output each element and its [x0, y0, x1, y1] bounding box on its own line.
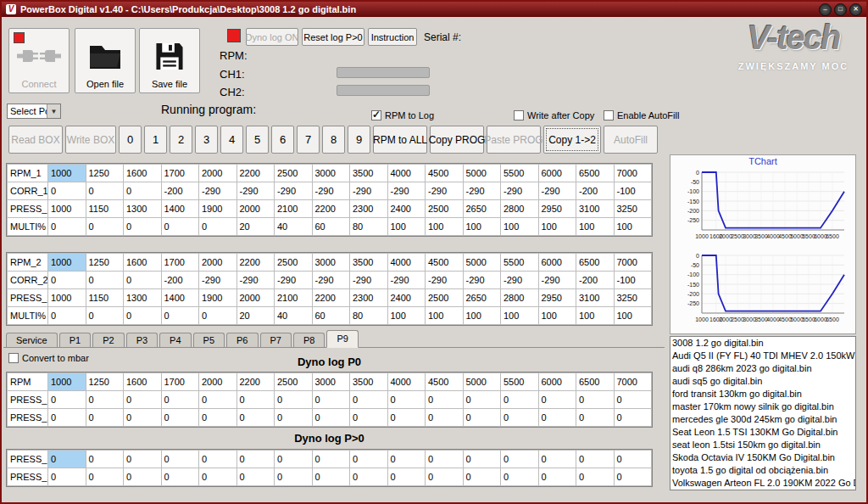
read-box-button[interactable]: Read BOX [8, 126, 63, 154]
value-cell[interactable]: 2800 [501, 289, 539, 307]
file-list-item[interactable]: Seat Leon 1.5 TSI 130KM Go Digital.bin [670, 426, 855, 439]
value-cell[interactable]: 60 [312, 307, 350, 325]
value-cell[interactable]: 0 [538, 451, 576, 468]
save-file-button[interactable]: Save file [139, 28, 200, 93]
value-cell[interactable]: 6000 [538, 373, 576, 391]
value-cell[interactable]: 2100 [275, 200, 313, 218]
value-cell[interactable]: 0 [387, 468, 426, 486]
digit-button-2[interactable]: 2 [170, 126, 192, 154]
minimize-button[interactable]: – [819, 3, 832, 16]
value-cell[interactable]: 0 [48, 182, 86, 200]
tab-p7[interactable]: P7 [260, 333, 292, 347]
value-cell[interactable]: -200 [161, 272, 199, 289]
value-cell[interactable]: 100 [576, 218, 615, 236]
autofill-button[interactable]: AutoFill [604, 126, 658, 154]
value-cell[interactable]: 1600 [124, 254, 162, 272]
value-cell[interactable]: 0 [86, 272, 124, 289]
value-cell[interactable]: 0 [275, 451, 313, 468]
write-after-copy-checkbox[interactable]: Write after Copy [514, 109, 594, 121]
value-cell[interactable]: 1250 [86, 165, 124, 182]
file-list-item[interactable]: audi q8 286km 2023 go digital.bin [670, 362, 855, 375]
value-cell[interactable]: 0 [86, 391, 124, 409]
value-cell[interactable]: 0 [463, 468, 501, 486]
value-cell[interactable]: -290 [501, 182, 539, 200]
value-cell[interactable]: 6500 [576, 373, 615, 391]
value-cell[interactable]: 5500 [501, 373, 539, 391]
value-cell[interactable]: 0 [124, 182, 162, 200]
value-cell[interactable]: -200 [576, 182, 615, 200]
value-cell[interactable]: 6000 [538, 165, 576, 182]
value-cell[interactable]: 80 [350, 218, 388, 236]
value-cell[interactable]: 1000 [48, 165, 86, 182]
value-cell[interactable]: 0 [236, 409, 275, 427]
value-cell[interactable]: 1400 [161, 200, 199, 218]
open-file-button[interactable]: Open file [75, 28, 136, 93]
value-cell[interactable]: 7000 [614, 373, 652, 391]
value-cell[interactable]: 0 [350, 451, 388, 468]
value-cell[interactable]: -290 [538, 272, 576, 289]
value-cell[interactable]: 1150 [86, 200, 124, 218]
paste-prog-button[interactable]: Paste PROG [487, 126, 541, 154]
value-cell[interactable]: 2650 [463, 289, 501, 307]
value-cell[interactable]: 0 [199, 218, 237, 236]
value-cell[interactable]: 0 [350, 468, 388, 486]
value-cell[interactable]: 0 [124, 451, 162, 468]
value-cell[interactable]: 0 [501, 391, 539, 409]
value-cell[interactable]: 1000 [48, 254, 86, 272]
value-cell[interactable]: 0 [199, 391, 237, 409]
value-cell[interactable]: 3500 [350, 165, 388, 182]
value-cell[interactable]: 0 [350, 409, 388, 427]
value-cell[interactable]: 1600 [124, 165, 162, 182]
value-cell[interactable]: 4500 [426, 373, 464, 391]
value-cell[interactable]: 0 [350, 391, 388, 409]
close-button[interactable]: ✕ [849, 3, 862, 16]
value-cell[interactable]: 0 [463, 409, 501, 427]
value-cell[interactable]: 0 [426, 451, 464, 468]
value-cell[interactable]: 0 [275, 409, 313, 427]
value-cell[interactable]: 0 [614, 409, 652, 427]
value-cell[interactable]: 2950 [538, 289, 576, 307]
value-cell[interactable]: 0 [86, 451, 124, 468]
file-list-item[interactable]: Skoda Octavia IV 150KM Go Digital.bin [670, 451, 855, 464]
tab-p6[interactable]: P6 [226, 333, 258, 347]
value-cell[interactable]: 0 [312, 468, 350, 486]
tab-p8[interactable]: P8 [293, 333, 325, 347]
value-cell[interactable]: 0 [124, 391, 162, 409]
value-cell[interactable]: 0 [576, 409, 615, 427]
value-cell[interactable]: 4500 [426, 165, 464, 182]
value-cell[interactable]: -290 [236, 182, 275, 200]
value-cell[interactable]: 5000 [463, 373, 501, 391]
value-cell[interactable]: 0 [199, 451, 237, 468]
value-cell[interactable]: 1250 [86, 254, 124, 272]
value-cell[interactable]: 0 [387, 451, 426, 468]
value-cell[interactable]: -290 [538, 182, 576, 200]
value-cell[interactable]: 2000 [199, 165, 237, 182]
tab-p4[interactable]: P4 [159, 333, 191, 347]
value-cell[interactable]: 0 [538, 468, 576, 486]
value-cell[interactable]: 3000 [312, 165, 350, 182]
value-cell[interactable]: 0 [86, 218, 124, 236]
value-cell[interactable]: 0 [124, 409, 162, 427]
value-cell[interactable]: 0 [48, 218, 86, 236]
value-cell[interactable]: 0 [387, 391, 426, 409]
digit-button-6[interactable]: 6 [271, 126, 294, 154]
value-cell[interactable]: 4000 [387, 373, 426, 391]
value-cell[interactable]: 2000 [236, 289, 275, 307]
value-cell[interactable]: 100 [463, 307, 501, 325]
value-cell[interactable]: 1300 [124, 200, 162, 218]
value-cell[interactable]: 0 [161, 218, 199, 236]
value-cell[interactable]: 100 [387, 307, 426, 325]
value-cell[interactable]: 3500 [350, 373, 388, 391]
value-cell[interactable]: 100 [576, 307, 615, 325]
instruction-button[interactable]: Instruction [368, 28, 417, 46]
value-cell[interactable]: 2300 [350, 200, 388, 218]
value-cell[interactable]: 6000 [538, 254, 576, 272]
value-cell[interactable]: -200 [161, 182, 199, 200]
value-cell[interactable]: 40 [275, 218, 313, 236]
value-cell[interactable]: 100 [426, 218, 464, 236]
value-cell[interactable]: -290 [463, 182, 501, 200]
value-cell[interactable]: 0 [48, 307, 86, 325]
value-cell[interactable]: 0 [236, 391, 275, 409]
value-cell[interactable]: 40 [275, 307, 313, 325]
value-cell[interactable]: 0 [124, 468, 162, 486]
